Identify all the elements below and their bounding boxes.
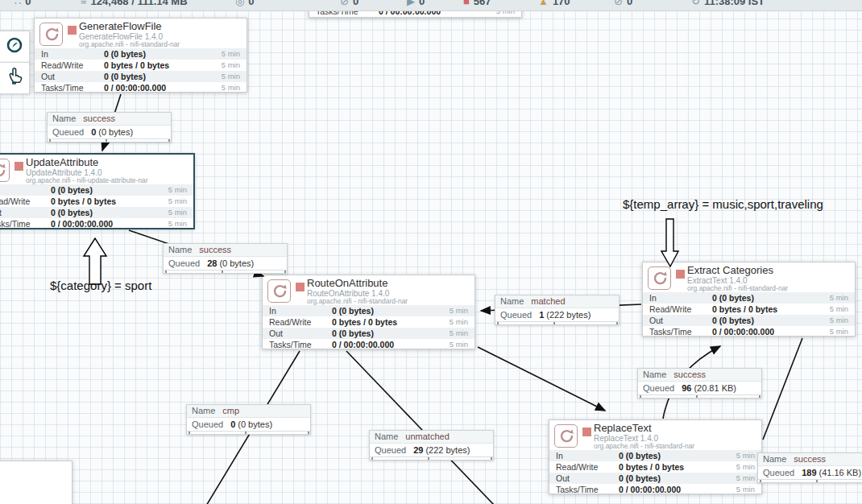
- queued-size: (0 bytes): [238, 419, 272, 429]
- connection-to-replacetext: [478, 347, 605, 411]
- connection-label-success-0[interactable]: Namesuccess Queued0(0 bytes): [47, 112, 172, 143]
- stopped-state-icon: [676, 270, 685, 279]
- stat-value: 0 bytes / 0 bytes: [712, 304, 811, 315]
- stat-window: 5 min: [811, 292, 855, 304]
- stat-value: 0 (0 bytes): [712, 292, 811, 304]
- connection-label-cmp-0[interactable]: Namecmp Queued0(0 bytes): [186, 404, 311, 435]
- stat-value: 0 / 00:00:00.000: [104, 82, 203, 93]
- stat-row-readwrite: Read/Write0 bytes / 0 bytes5 min: [643, 304, 855, 315]
- processor-bundle: org.apache.nifi - nifi-standard-nar: [687, 284, 788, 292]
- navigate-palette-button[interactable]: [0, 31, 30, 63]
- relationship-name: matched: [531, 296, 565, 306]
- stat-row-readwrite: Read/Write0 bytes / 0 bytes5 min: [263, 316, 475, 328]
- connection-replacetext-success-out: [763, 338, 802, 440]
- stat-label: Tasks/Time: [0, 218, 51, 229]
- queued-size: (0 bytes): [98, 127, 133, 137]
- stat-value: 0 / 00:00:00.000: [51, 218, 150, 229]
- name-label: Name: [763, 454, 786, 464]
- connection-queued-row: Queued0(0 bytes): [187, 418, 310, 431]
- connection-label-unmatched-29[interactable]: Nameunmatched Queued29(222 bytes): [369, 430, 494, 461]
- annotation-temp-array: ${temp_array} = music,sport,traveling: [623, 197, 823, 211]
- processor-bundle: org.apache.nifi - nifi-standard-nar: [307, 297, 408, 305]
- stat-value: 0 (0 bytes): [712, 315, 811, 326]
- connection-name-row: Namecmp: [187, 405, 310, 418]
- processor-routeonattribute[interactable]: RouteOnAttribute RouteOnAttribute 1.4.0 …: [262, 275, 475, 349]
- stopped-state-icon: [582, 428, 591, 436]
- stat-row-readwrite: Read/Write0 bytes / 0 bytes5 min: [35, 60, 247, 71]
- stat-row-tasks: Tasks/Time0 / 00:00:00.0005 min: [0, 218, 193, 229]
- relationship-name: cmp: [222, 406, 239, 415]
- processor-icon: [648, 266, 671, 290]
- processor-icon: [0, 159, 10, 182]
- connection-name-row: Namesuccess: [48, 113, 171, 126]
- connection-label-matched-1[interactable]: Namematched Queued1(222 bytes): [495, 295, 620, 325]
- stat-label: Out: [549, 473, 619, 484]
- queued-label: Queued: [643, 383, 674, 393]
- stat-label: Read/Write: [549, 461, 619, 473]
- stat-label: Out: [263, 328, 332, 339]
- connection-name-row: Nameunmatched: [370, 431, 493, 444]
- select-hand-button[interactable]: [0, 62, 30, 94]
- status-queued: ≡124,468 / 111.14 MB: [81, 0, 188, 10]
- queued-label: Queued: [168, 258, 200, 268]
- name-label: Name: [192, 406, 215, 415]
- processor-title: RouteOnAttribute: [307, 277, 387, 289]
- stat-row-in: In0 (0 bytes)5 min: [643, 292, 855, 304]
- processor-generateflowfile[interactable]: GenerateFlowFile GenerateFlowFile 1.4.0 …: [34, 18, 247, 93]
- connection-name-row: Namesuccess: [638, 369, 761, 382]
- stat-window: 5 min: [718, 484, 761, 495]
- connection-label-success-28[interactable]: Namesuccess Queued28(0 bytes): [163, 243, 288, 274]
- connection-label-success-189[interactable]: Namesuccess Queued189(41.16 KB): [757, 452, 862, 483]
- queued-count: 0: [91, 127, 96, 137]
- processor-partial-bottom-left[interactable]: [0, 461, 73, 504]
- stat-window: 5 min: [718, 450, 761, 461]
- stat-label: In: [263, 305, 332, 316]
- stat-value: 0 (0 bytes): [51, 184, 150, 196]
- processor-extract-categories[interactable]: Extract Categories ExtractText 1.4.0 org…: [642, 262, 856, 337]
- transmitting-icon: ◎: [235, 0, 244, 7]
- connection-queued-row: Queued1(222 bytes): [495, 308, 619, 321]
- status-running: ▶0: [407, 0, 425, 10]
- stat-row-out: Out0 (0 bytes)5 min: [549, 473, 761, 484]
- stat-label: Tasks/Time: [549, 484, 619, 495]
- stat-label: In: [0, 184, 51, 196]
- refresh-icon: ↻: [691, 0, 700, 7]
- stat-value: 0 (0 bytes): [51, 207, 150, 218]
- stat-value: 0 bytes / 0 bytes: [332, 316, 431, 328]
- processor-header: RouteOnAttribute RouteOnAttribute 1.4.0 …: [263, 275, 475, 305]
- stat-value: 0 / 00:00:00.000: [332, 339, 431, 350]
- stat-row-out: Out0 (0 bytes)5 min: [643, 315, 855, 326]
- stopped-state-icon: [15, 162, 23, 171]
- running-icon: ▶: [407, 0, 415, 7]
- stat-row-readwrite: Read/Write0 bytes / 0 bytes5 min: [0, 196, 193, 207]
- connection-queued-row: Queued0(0 bytes): [48, 126, 171, 138]
- stat-window: 5 min: [431, 316, 475, 328]
- queued-count: 0: [230, 419, 235, 429]
- stat-label: In: [643, 292, 712, 304]
- queued-size: (0 bytes): [219, 258, 254, 268]
- processor-header: Extract Categories ExtractText 1.4.0 org…: [643, 262, 855, 292]
- annotation-arrow-up: [84, 238, 106, 284]
- processor-replacetext[interactable]: ReplaceText ReplaceText 1.4.0 org.apache…: [549, 419, 762, 494]
- stat-window: 5 min: [431, 328, 475, 339]
- stat-label: Out: [643, 315, 712, 326]
- stat-row-tasks: Tasks/Time0 / 00:00:00.0005 min: [35, 82, 247, 93]
- queued-label: Queued: [192, 419, 223, 429]
- status-cluster: ∷0: [15, 0, 31, 10]
- processor-updateattribute[interactable]: UpdateAttribute UpdateAttribute 1.4.0 or…: [0, 154, 194, 229]
- disabled-icon: ⊘: [614, 0, 623, 7]
- queued-label: Queued: [375, 445, 406, 455]
- relationship-name: success: [199, 245, 231, 254]
- stat-value: 0 (0 bytes): [619, 450, 718, 461]
- connection-queued-row: Queued96(20.81 KB): [638, 382, 761, 395]
- connection-label-success-96[interactable]: Namesuccess Queued96(20.81 KB): [637, 368, 762, 399]
- name-label: Name: [643, 370, 666, 379]
- queue-indicator: [48, 138, 171, 142]
- stat-label: Read/Write: [643, 304, 712, 315]
- stat-row-out: Out0 (0 bytes)5 min: [263, 328, 475, 339]
- relationship-name: success: [83, 114, 115, 123]
- queue-indicator: [370, 456, 493, 460]
- invalid-icon: ▲: [538, 0, 549, 7]
- status-invalid: ▲170: [538, 0, 570, 10]
- stat-value: 0 / 00:00:00.000: [712, 326, 811, 337]
